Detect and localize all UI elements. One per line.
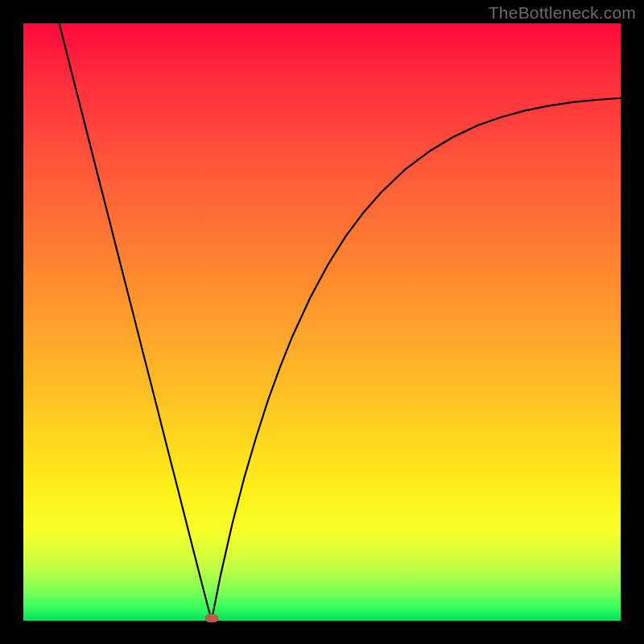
plot-area — [23, 23, 621, 621]
chart-frame: TheBottleneck.com — [0, 0, 644, 644]
curve-canvas — [23, 23, 621, 621]
minimum-marker — [204, 614, 218, 622]
watermark-text: TheBottleneck.com — [489, 3, 636, 23]
